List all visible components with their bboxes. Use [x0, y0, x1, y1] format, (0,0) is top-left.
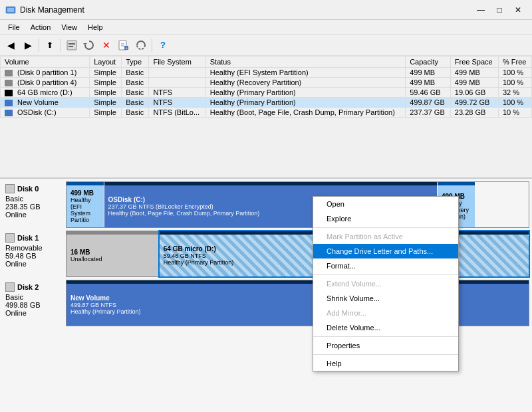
menu-help[interactable]: Help [82, 22, 108, 33]
cell-volume: OSDisk (C:) [1, 108, 90, 118]
menu-file[interactable]: File [3, 22, 25, 33]
table-row[interactable]: (Disk 0 partition 4) Simple Basic Health… [1, 78, 532, 88]
partition-label-1-0: 16 MB [70, 249, 155, 256]
disk-size-1: 59.48 GB [5, 252, 63, 260]
back-button[interactable]: ◀ [3, 37, 19, 53]
cell-layout: Simple [90, 98, 122, 108]
col-free[interactable]: Free Space [450, 56, 498, 68]
close-button[interactable]: ✕ [509, 3, 527, 17]
disk-label-1: Disk 1 Removable 59.48 GB Online [3, 231, 66, 277]
window-controls[interactable]: — □ ✕ [472, 3, 527, 17]
cell-fs: NTFS (BitLo... [149, 108, 205, 118]
partition-1-0[interactable]: 16 MBUnallocated [66, 231, 159, 276]
disk-name-1: Disk 1 [17, 234, 39, 242]
disk-label-2: Disk 2 Basic 499.88 GB Online [3, 280, 66, 326]
menu-bar: File Action View Help [0, 20, 532, 35]
context-item-open[interactable]: Open [313, 197, 458, 211]
col-layout[interactable]: Layout [90, 56, 122, 68]
table-row[interactable]: (Disk 0 partition 1) Simple Basic Health… [1, 68, 532, 78]
col-capacity[interactable]: Capacity [406, 56, 451, 68]
cell-layout: Simple [90, 68, 122, 78]
up-button[interactable]: ⬆ [42, 37, 58, 53]
context-item-change-drive-letter-and-paths[interactable]: Change Drive Letter and Paths... [313, 244, 458, 258]
disk-status-1: Online [5, 260, 63, 268]
delete-button[interactable]: ✕ [98, 37, 114, 53]
context-item-shrink-volume[interactable]: Shrink Volume... [313, 291, 458, 306]
cell-free: 499.72 GB [450, 98, 498, 108]
cell-type: Basic [122, 78, 149, 88]
cell-capacity: 499 MB [406, 68, 451, 78]
cell-status: Healthy (Recovery Partition) [205, 78, 405, 88]
volume-table-section: Volume Layout Type File System Status Ca… [0, 56, 532, 179]
maximize-button[interactable]: □ [491, 3, 508, 17]
cell-capacity: 237.37 GB [406, 108, 451, 118]
properties-button[interactable] [64, 37, 80, 53]
cell-volume: (Disk 0 partition 1) [1, 68, 90, 78]
context-item-extend-volume: Extend Volume... [313, 276, 458, 291]
minimize-button[interactable]: — [472, 3, 489, 17]
cell-pct: 100 % [498, 98, 531, 108]
title-bar: Disk Management — □ ✕ [0, 0, 532, 20]
partition-bar-2-0 [66, 280, 529, 284]
partition-bar-0-1 [104, 182, 437, 185]
svg-rect-3 [68, 43, 75, 45]
cell-volume: 64 GB micro (D:) [1, 88, 90, 98]
svg-marker-5 [83, 43, 87, 45]
cell-pct: 100 % [498, 68, 531, 78]
cell-fs: NTFS [149, 98, 205, 108]
cell-free: 19.06 GB [450, 88, 498, 98]
col-status[interactable]: Status [205, 56, 405, 68]
disk-type-2: Basic [5, 293, 63, 301]
disk-partitions-0: 499 MBHealthy (EFI System PartitioOSDisk… [66, 181, 529, 228]
context-item-delete-volume[interactable]: Delete Volume... [313, 320, 458, 335]
col-pct[interactable]: % Free [498, 56, 531, 68]
cell-fs [149, 68, 205, 78]
disk-status-2: Online [5, 309, 63, 317]
col-volume[interactable]: Volume [1, 56, 90, 68]
table-row[interactable]: OSDisk (C:) Simple Basic NTFS (BitLo... … [1, 108, 532, 118]
disk-size-0: 238.35 GB [5, 203, 63, 211]
cell-fs: NTFS [149, 88, 205, 98]
table-row[interactable]: 64 GB micro (D:) Simple Basic NTFS Healt… [1, 88, 532, 98]
cell-volume: (Disk 0 partition 4) [1, 78, 90, 88]
table-row[interactable]: New Volume Simple Basic NTFS Healthy (Pr… [1, 98, 532, 108]
disk-status-0: Online [5, 211, 63, 219]
help-button[interactable]: ? [155, 37, 171, 53]
toolbar-sep-1 [39, 39, 39, 52]
context-item-format[interactable]: Format... [313, 258, 458, 273]
menu-action[interactable]: Action [25, 22, 57, 33]
context-item-properties[interactable]: Properties [313, 338, 458, 353]
disk-type-1: Removable [5, 244, 63, 252]
context-item-help[interactable]: Help [313, 356, 458, 371]
cell-type: Basic [122, 108, 149, 118]
forward-button[interactable]: ▶ [20, 37, 36, 53]
cell-pct: 32 % [498, 88, 531, 98]
toolbar-sep-2 [61, 39, 61, 52]
cell-free: 499 MB [450, 68, 498, 78]
partition-0-0[interactable]: 499 MBHealthy (EFI System Partitio [66, 182, 104, 227]
cell-free: 23.28 GB [450, 108, 498, 118]
disk-partitions-2: New Volume499.87 GB NTFSHealthy (Primary… [66, 280, 529, 326]
rescan-button[interactable] [81, 37, 97, 53]
context-item-explore[interactable]: Explore [313, 211, 458, 226]
context-menu: OpenExploreMark Partition as ActiveChang… [313, 196, 459, 371]
menu-view[interactable]: View [56, 22, 82, 33]
partition-bar-0-0 [66, 182, 104, 185]
cell-pct: 10 % [498, 108, 531, 118]
cell-fs [149, 78, 205, 88]
cell-capacity: 499 MB [406, 78, 451, 88]
new-button[interactable]: + [116, 37, 132, 53]
cell-type: Basic [122, 68, 149, 78]
col-type[interactable]: Type [122, 56, 149, 68]
cell-type: Basic [122, 98, 149, 108]
disk-name-2: Disk 2 [17, 283, 39, 291]
volume-table: Volume Layout Type File System Status Ca… [0, 56, 532, 118]
refresh-button[interactable] [133, 37, 149, 53]
partition-sublabel-0-0: Healthy (EFI System Partitio [70, 197, 100, 223]
cell-layout: Simple [90, 88, 122, 98]
context-sep-6 [313, 274, 458, 275]
cell-capacity: 499.87 GB [406, 98, 451, 108]
col-fs[interactable]: File System [149, 56, 205, 68]
partition-2-0[interactable]: New Volume499.87 GB NTFSHealthy (Primary… [66, 280, 529, 326]
cell-status: Healthy (Boot, Page File, Crash Dump, Pr… [205, 108, 405, 118]
